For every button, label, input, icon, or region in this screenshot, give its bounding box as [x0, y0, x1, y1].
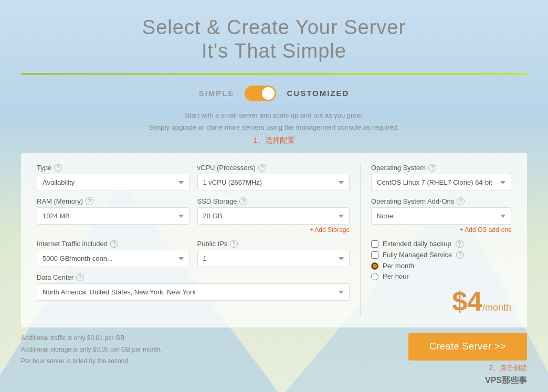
header-title-line2: It's That Simple — [0, 40, 548, 62]
vcpu-help-icon[interactable]: ? — [258, 164, 266, 172]
public-ips-label: Public IPs ? — [197, 240, 350, 248]
create-server-button[interactable]: Create Server >> — [408, 333, 527, 361]
per-month-radio[interactable] — [371, 262, 378, 270]
os-field-group: Operating System ? CentOS Linux 7 (RHEL7… — [371, 164, 511, 191]
mode-toggle-section: SIMPLE CUSTOMIZED — [0, 86, 548, 101]
toggle-knob — [262, 87, 275, 100]
extended-backup-checkbox[interactable] — [371, 240, 378, 248]
simple-label: SIMPLE — [199, 89, 235, 98]
vcpu-label: vCPU (Processors) ? — [197, 164, 350, 172]
ssd-select[interactable]: 20 GB — [197, 207, 350, 225]
add-os-addons-link[interactable]: + Add OS add-ons — [371, 226, 511, 234]
traffic-help-icon[interactable]: ? — [110, 240, 118, 248]
traffic-select[interactable]: 5000 GB/month conn... — [37, 250, 189, 267]
step1-label: 1、选择配置 — [0, 136, 548, 145]
extended-backup-help-icon[interactable]: ? — [456, 240, 463, 248]
ssd-help-icon[interactable]: ? — [239, 197, 247, 205]
fully-managed-checkbox[interactable] — [371, 251, 378, 259]
per-month-group: Per month — [371, 262, 511, 270]
extended-backup-label: Extended daily backup — [383, 240, 451, 248]
description-text: Start with a small server and scale up a… — [0, 109, 548, 134]
ram-help-icon[interactable]: ? — [86, 197, 93, 205]
info-line3: Per hour server is billed by the second. — [21, 356, 162, 367]
form-area: Type ? Availability vCPU (Processors) ? — [21, 153, 527, 327]
info-line1: Additional traffic is only $0.01 per GB. — [21, 333, 162, 344]
extended-backup-group: Extended daily backup ? — [371, 240, 511, 248]
per-hour-radio[interactable] — [371, 273, 378, 280]
step2-label: 2、点击创建 — [408, 363, 527, 373]
traffic-label: Internet Traffic included ? — [37, 240, 189, 248]
per-hour-label: Per hour — [383, 272, 409, 280]
type-help-icon[interactable]: ? — [54, 164, 62, 172]
fully-managed-help-icon[interactable]: ? — [456, 251, 464, 259]
price-section: $4/month — [371, 285, 511, 317]
per-hour-group: Per hour — [371, 272, 511, 280]
ram-select[interactable]: 1024 MB — [37, 207, 189, 225]
header-title-line1: Select & Create Your Server — [0, 16, 548, 40]
public-ips-field-group: Public IPs ? 1 — [197, 240, 350, 267]
public-ips-help-icon[interactable]: ? — [230, 240, 238, 248]
os-addons-label: Operating System Add-Ons ? — [371, 197, 511, 205]
os-label: Operating System ? — [371, 164, 511, 172]
mode-toggle[interactable] — [245, 86, 276, 101]
ram-field-group: RAM (Memory) ? 1024 MB — [37, 197, 189, 234]
price-unit: /month — [482, 302, 511, 313]
datacenter-select[interactable]: North America: United States, New York, … — [37, 283, 350, 301]
os-help-icon[interactable]: ? — [428, 164, 436, 172]
ssd-label: SSD Storage ? — [197, 197, 350, 205]
customized-label: CUSTOMIZED — [287, 89, 349, 98]
datacenter-field-group: Data Center ? North America: United Stat… — [37, 273, 350, 301]
brand-text: VPS那些事 — [408, 375, 527, 386]
additional-info: Additional traffic is only $0.01 per GB.… — [21, 333, 162, 367]
type-select[interactable]: Availability — [37, 174, 189, 191]
description-line1: Start with a small server and scale up a… — [0, 109, 548, 121]
green-divider — [21, 73, 527, 75]
add-storage-link[interactable]: + Add Storage — [197, 226, 350, 234]
ssd-field-group: SSD Storage ? 20 GB + Add Storage — [197, 197, 350, 234]
public-ips-select[interactable]: 1 — [197, 250, 350, 267]
bottom-section: Additional traffic is only $0.01 per GB.… — [21, 333, 527, 386]
vcpu-field-group: vCPU (Processors) ? 1 vCPU (2667MHz) — [197, 164, 350, 191]
type-label: Type ? — [37, 164, 189, 172]
page-header: Select & Create Your Server It's That Si… — [0, 0, 548, 68]
fully-managed-group: Fully Managed Service ? — [371, 251, 511, 259]
datacenter-label: Data Center ? — [37, 273, 350, 281]
type-field-group: Type ? Availability — [37, 164, 189, 191]
os-select[interactable]: CentOS Linux 7 (RHEL7 Clone) 64-bit — [371, 174, 511, 191]
per-month-label: Per month — [383, 262, 414, 270]
info-line2: Additional storage is only $0.05 per GB … — [21, 344, 162, 356]
step2-section: Create Server >> 2、点击创建 VPS那些事 — [408, 333, 527, 386]
os-section: Operating System ? CentOS Linux 7 (RHEL7… — [360, 164, 511, 317]
datacenter-help-icon[interactable]: ? — [76, 273, 84, 281]
ram-label: RAM (Memory) ? — [37, 197, 189, 205]
os-addons-field-group: Operating System Add-Ons ? None + Add OS… — [371, 197, 511, 234]
price-amount: $4 — [452, 286, 482, 316]
vcpu-select[interactable]: 1 vCPU (2667MHz) — [197, 174, 350, 191]
os-addons-help-icon[interactable]: ? — [457, 197, 465, 205]
description-line2: Simply upgrade or clone more servers usi… — [0, 121, 548, 133]
fully-managed-label: Fully Managed Service — [383, 251, 452, 259]
traffic-field-group: Internet Traffic included ? 5000 GB/mont… — [37, 240, 189, 267]
os-addons-select[interactable]: None — [371, 207, 511, 225]
